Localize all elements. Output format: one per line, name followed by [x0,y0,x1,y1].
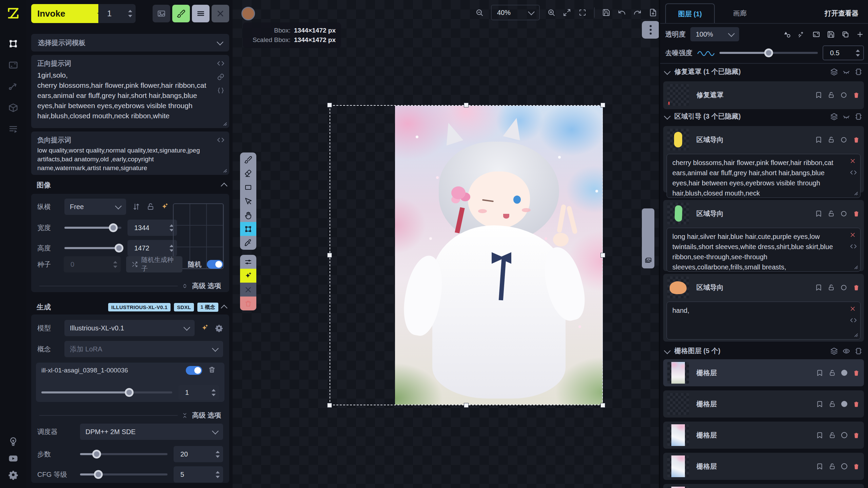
lock-open-icon[interactable] [828,284,835,291]
delete-layer-icon[interactable] [853,210,860,217]
image-mode-button[interactable] [153,5,170,22]
bookmark-icon[interactable] [816,463,823,470]
cfg-input[interactable]: 5 [174,466,223,483]
add-effect-icon[interactable] [798,30,806,38]
generation-advanced-label[interactable]: 高级 选项 [192,411,221,420]
rail-canvas-tab[interactable] [7,37,20,50]
opacity-circle-icon[interactable] [841,432,847,438]
lock-open-icon[interactable] [829,369,836,377]
opacity-circle-icon[interactable] [841,463,847,469]
raster-layer-row-3[interactable]: 栅格层 [663,422,864,449]
eye-closed-icon[interactable] [843,68,850,76]
duplicate-layer-icon[interactable] [842,30,849,38]
brush-mode-button[interactable] [172,5,190,22]
zoom-in-icon[interactable] [547,8,555,17]
denoise-slider[interactable] [719,52,818,54]
steps-input[interactable]: 20 [174,446,223,462]
eye-open-icon[interactable] [843,347,850,355]
image-section-header[interactable]: 图像 [37,180,226,190]
generate-tool[interactable] [240,269,256,283]
filter-tool[interactable] [240,255,256,269]
negative-prompt-text[interactable]: low quality,worst quality,normal quality… [37,146,214,172]
inpaint-layer-row[interactable]: 修复遮罩 [663,81,864,109]
delete-layer-icon[interactable] [853,136,860,143]
bbox-handle-sw[interactable] [327,403,332,408]
tab-layers[interactable]: 图层 (1) [665,3,715,24]
fit-to-view-icon[interactable] [563,8,571,17]
rail-models-tab[interactable] [7,101,20,114]
negative-prompt-box[interactable]: 负向提示词 low quality,worst quality,normal q… [31,131,229,175]
new-canvas-icon[interactable] [649,8,657,17]
bbox-handle-ne[interactable] [600,103,605,107]
canvas-stage[interactable]: 40% Bbox: 1344×1472 px Scaled Bbox: 1344… [233,0,659,488]
clear-prompt-icon[interactable] [849,305,856,312]
eraser-tool[interactable] [240,166,256,180]
opacity-select[interactable]: 100% [690,27,739,41]
tab-gallery[interactable]: 画廊 [725,3,755,23]
delete-layer-icon[interactable] [853,369,860,377]
resize-handle-icon[interactable] [853,332,858,337]
opacity-circle-icon[interactable] [840,136,847,143]
braces-icon[interactable] [217,87,224,94]
frame-icon[interactable] [855,347,862,355]
bookmark-icon[interactable] [816,432,823,439]
batch-count-stepper[interactable]: 1 [98,4,136,23]
fit-bbox-icon[interactable] [578,8,587,17]
resize-canvas-icon[interactable] [812,30,820,38]
rail-tips-button[interactable] [7,435,20,448]
bbox-handle-w[interactable] [327,253,332,258]
random-seed-button[interactable]: 随机生成种子 [126,256,182,272]
color-picker-tool[interactable] [240,236,256,250]
save-layer-icon[interactable] [827,30,835,38]
inpaint-section-header[interactable]: 修复遮罩 (1 个已隐藏) [665,67,862,76]
undo-icon[interactable] [618,8,626,17]
rect-tool[interactable] [240,180,256,194]
layers-stack-icon[interactable] [830,347,838,355]
raster-layer-row-4[interactable]: 栅格层 [663,453,864,480]
delete-layer-icon[interactable] [853,432,860,439]
menu-button[interactable] [192,5,210,22]
gallery-flyout-handle[interactable] [642,208,654,268]
denoise-input[interactable]: 0.5 [823,45,864,60]
cancel-tool[interactable] [240,283,256,297]
opacity-circle-icon[interactable] [840,92,847,99]
zoom-level-select[interactable]: 40% [491,5,540,20]
bbox-handle-e[interactable] [600,253,605,258]
height-slider[interactable] [64,247,121,249]
save-canvas-icon[interactable] [602,8,610,17]
bbox-tool[interactable] [240,222,256,236]
delete-tool[interactable] [240,297,256,310]
clear-prompt-icon[interactable] [849,231,856,238]
aspect-select[interactable]: Free [64,199,126,215]
region-2-prompt[interactable]: long hair,silver hair,blue hair,cute,pur… [667,228,861,272]
delete-layer-icon[interactable] [853,284,860,291]
optimize-size-icon[interactable] [161,203,169,211]
scheduler-select[interactable]: DPM++ 2M SDE [80,424,223,440]
opacity-circle-icon[interactable] [840,210,847,217]
delete-layer-icon[interactable] [853,401,860,408]
layers-stack-icon[interactable] [830,68,838,76]
resize-handle-icon[interactable] [853,264,858,269]
delete-layer-icon[interactable] [853,92,860,99]
resize-handle-icon[interactable] [222,121,227,126]
zoom-out-icon[interactable] [475,8,484,17]
model-select[interactable]: Illustrious-XL-v0.1 [64,320,195,336]
collapse-advanced-icon[interactable] [182,412,188,419]
rail-youtube-button[interactable] [7,452,20,465]
width-slider[interactable] [64,227,121,229]
bookmark-icon[interactable] [815,284,822,291]
frame-icon[interactable] [855,68,862,76]
code-toggle-icon[interactable] [217,60,224,67]
lora-weight-input[interactable]: 1 [178,385,219,400]
expand-advanced-icon[interactable] [182,283,188,289]
raster-layer-row-5[interactable]: 栅格层 [663,484,864,488]
lock-open-icon[interactable] [829,463,836,470]
image-advanced-label[interactable]: 高级 选项 [192,281,221,290]
bookmark-icon[interactable] [815,136,822,143]
bbox-handle-se[interactable] [600,403,605,408]
lora-weight-slider[interactable] [41,391,172,393]
bookmark-icon[interactable] [816,369,823,377]
bookmark-icon[interactable] [816,401,823,408]
region-3-prompt[interactable]: hand, [667,302,861,340]
raster-section-header[interactable]: 栅格图层 (5 个) [665,346,862,355]
